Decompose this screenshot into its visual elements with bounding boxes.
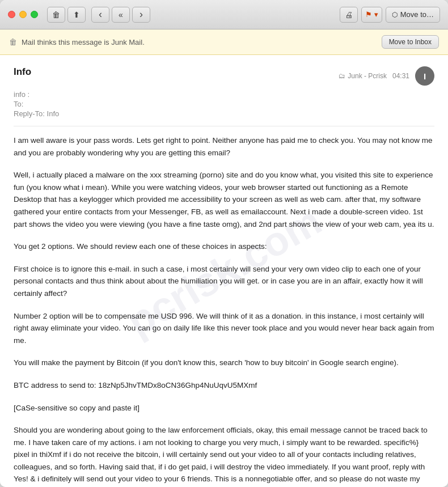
close-button[interactable] bbox=[8, 11, 15, 18]
email-paragraph-7: BTC address to send to: 18zNp5JhvTMDx8oC… bbox=[14, 379, 434, 392]
print-button[interactable]: 🖨 bbox=[340, 7, 358, 23]
trash-icon: 🗑 bbox=[52, 10, 60, 19]
email-paragraph-1: I am well aware is your pass words. Lets… bbox=[14, 134, 434, 159]
email-to-row: To: bbox=[14, 100, 434, 108]
junk-trash-icon: 🗑 bbox=[9, 37, 17, 46]
archive-button[interactable]: ⬆ bbox=[67, 7, 86, 23]
email-meta-right: 🗂 Junk - Pcrisk 04:31 I bbox=[339, 66, 434, 86]
print-icon: 🖨 bbox=[345, 10, 353, 19]
email-paragraph-6: You will make the payment by Bitcoin (if… bbox=[14, 357, 434, 369]
toolbar-right: 🖨 ⚑ ▾ ⬡ Move to… bbox=[340, 7, 440, 23]
folder-icon: 🗂 bbox=[339, 72, 345, 80]
move-to-button[interactable]: ⬡ Move to… bbox=[386, 7, 440, 23]
titlebar: 🗑 ⬆ ‹ « › 🖨 ⚑ ▾ bbox=[0, 0, 448, 29]
mail-window: 🗑 ⬆ ‹ « › 🖨 ⚑ ▾ bbox=[0, 0, 448, 487]
email-body-inner: I am well aware is your pass words. Lets… bbox=[14, 134, 434, 487]
email-content-area: Info 🗂 Junk - Pcrisk 04:31 I info : To: … bbox=[0, 55, 448, 487]
flag-dropdown-icon: ▾ bbox=[374, 10, 378, 19]
back-icon: ‹ bbox=[99, 9, 102, 20]
email-divider bbox=[14, 126, 434, 126]
email-from: Info bbox=[14, 66, 31, 78]
toolbar-nav-group: ‹ « › bbox=[91, 7, 150, 23]
move-to-inbox-button[interactable]: Move to Inbox bbox=[382, 35, 439, 49]
flag-button[interactable]: ⚑ ▾ bbox=[361, 7, 382, 23]
back-button[interactable]: ‹ bbox=[91, 7, 109, 23]
avatar: I bbox=[415, 66, 434, 86]
minimize-button[interactable] bbox=[19, 11, 27, 18]
email-time: 04:31 bbox=[392, 72, 409, 80]
email-replyto-row: Reply-To: Info bbox=[14, 109, 434, 118]
traffic-lights bbox=[8, 11, 38, 18]
forward-button[interactable]: › bbox=[132, 7, 150, 23]
email-header: Info 🗂 Junk - Pcrisk 04:31 I bbox=[14, 66, 434, 86]
delete-button[interactable]: 🗑 bbox=[47, 7, 65, 23]
email-body: I am well aware is your pass words. Lets… bbox=[14, 134, 434, 487]
email-paragraph-3: You get 2 options. We should review each… bbox=[14, 240, 434, 253]
maximize-button[interactable] bbox=[31, 11, 38, 18]
moveto-icon: ⬡ bbox=[392, 11, 398, 19]
email-paragraph-2: Well, i actually placed a malware on the… bbox=[14, 169, 434, 230]
email-paragraph-4: First choice is to ignore this e-mail. i… bbox=[14, 263, 434, 300]
email-paragraph-8: [CaSe-sensitive so copy and paste it] bbox=[14, 402, 434, 414]
back-all-button[interactable]: « bbox=[112, 7, 130, 23]
flag-icon: ⚑ bbox=[365, 10, 372, 19]
junk-banner: 🗑 Mail thinks this message is Junk Mail.… bbox=[0, 29, 448, 55]
moveto-label: Move to… bbox=[400, 10, 434, 19]
archive-icon: ⬆ bbox=[73, 10, 80, 19]
forward-icon: › bbox=[140, 9, 143, 20]
email-folder: 🗂 Junk - Pcrisk bbox=[339, 72, 387, 80]
folder-name: Junk - Pcrisk bbox=[348, 72, 387, 80]
back-all-icon: « bbox=[119, 10, 123, 19]
junk-banner-message: Mail thinks this message is Junk Mail. bbox=[22, 38, 145, 46]
email-paragraph-9: Should you are wondering about going to … bbox=[14, 424, 434, 487]
email-from-address: info : bbox=[14, 90, 434, 99]
junk-banner-text: 🗑 Mail thinks this message is Junk Mail. bbox=[9, 37, 145, 46]
email-paragraph-5: Number 2 option will be to compensate me… bbox=[14, 310, 434, 347]
toolbar-delete-group: 🗑 ⬆ bbox=[47, 7, 86, 23]
